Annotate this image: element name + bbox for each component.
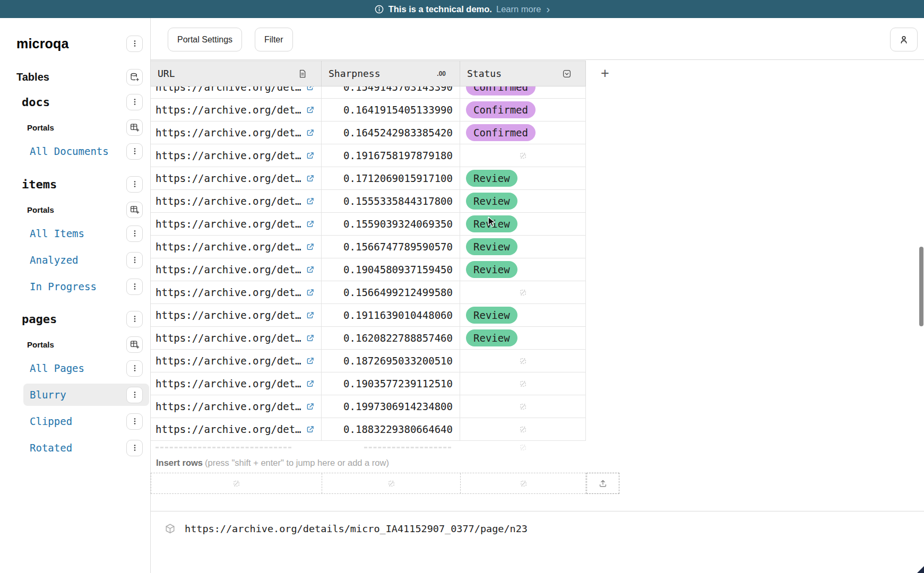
column-header-status[interactable]: Status <box>460 61 586 86</box>
table-row[interactable]: https://archive.org/det… 0.1645242983385… <box>151 121 586 144</box>
external-link-icon[interactable] <box>306 242 315 251</box>
insert-row[interactable] <box>151 473 586 494</box>
vertical-scrollbar-thumb[interactable] <box>919 247 923 326</box>
table-row[interactable]: https://archive.org/det… 0.1911639010448… <box>151 304 586 327</box>
status-cell[interactable] <box>460 395 586 418</box>
external-link-icon[interactable] <box>306 288 315 297</box>
url-cell[interactable]: https://archive.org/det… <box>151 121 322 144</box>
table-row[interactable]: https://archive.org/det… 0.1566747789590… <box>151 236 586 258</box>
external-link-icon[interactable] <box>306 357 315 366</box>
status-cell[interactable]: Confirmed <box>460 121 586 144</box>
unlink-icon[interactable] <box>387 480 395 488</box>
sidebar-portals-items[interactable]: Portals <box>0 199 150 220</box>
table-row[interactable]: https://archive.org/det… 0.1903577239112… <box>151 372 586 395</box>
external-link-icon[interactable] <box>306 128 315 137</box>
table-row[interactable]: https://archive.org/det… 0.1559039324069… <box>151 213 586 236</box>
sidebar-table-pages[interactable]: pages <box>0 308 150 329</box>
url-cell[interactable]: https://archive.org/det… <box>151 304 322 326</box>
sidebar-item-all-documents[interactable]: All Documents <box>0 141 150 162</box>
sidebar-item-rotated-menu-button[interactable] <box>126 440 143 456</box>
sharpness-cell[interactable]: 0.1712069015917100 <box>322 167 460 189</box>
sharpness-cell[interactable]: 0.1566499212499580 <box>322 281 460 303</box>
url-cell[interactable]: https://archive.org/det… <box>151 418 322 440</box>
status-cell[interactable]: Review <box>460 327 586 349</box>
sidebar-item-all-pages-menu-button[interactable] <box>126 360 143 377</box>
url-cell[interactable]: https://archive.org/det… <box>151 167 322 189</box>
learn-more-link[interactable]: Learn more <box>496 4 541 14</box>
sidebar-portals-docs-add-button[interactable] <box>126 119 143 136</box>
sharpness-cell[interactable]: 0.1645242983385420 <box>322 121 460 144</box>
sidebar-portals-items-add-button[interactable] <box>126 202 143 218</box>
external-link-icon[interactable] <box>306 265 315 274</box>
sharpness-cell[interactable]: 0.1903577239112510 <box>322 372 460 395</box>
status-cell[interactable]: Review <box>460 190 586 212</box>
table-row[interactable]: https://archive.org/det… 0.1904580937159… <box>151 258 586 281</box>
url-cell[interactable]: https://archive.org/det… <box>151 372 322 395</box>
sharpness-cell[interactable]: 0.1904580937159450 <box>322 258 460 281</box>
status-cell[interactable] <box>460 372 586 395</box>
sidebar-item-analyzed[interactable]: Analyzed <box>0 249 150 271</box>
table-row[interactable]: https://archive.org/det… 0.1555335844317… <box>151 190 586 213</box>
table-row[interactable]: https://archive.org/det… 0.1997306914234… <box>151 395 586 418</box>
sidebar-item-blurry[interactable]: Blurry <box>0 384 150 405</box>
table-row[interactable]: https://archive.org/det… 0.1641915405133… <box>151 99 586 121</box>
sharpness-cell[interactable]: 0.1641915405133990 <box>322 99 460 121</box>
table-row[interactable]: https://archive.org/det… 0.1712069015917… <box>151 167 586 190</box>
table-row[interactable]: https://archive.org/det… 0.1872695033200… <box>151 350 586 372</box>
external-link-icon[interactable] <box>306 425 315 434</box>
status-cell[interactable] <box>460 281 586 303</box>
sharpness-cell[interactable]: 0.1549145703143390 <box>322 86 460 98</box>
external-link-icon[interactable] <box>306 402 315 411</box>
filter-button[interactable]: Filter <box>255 28 293 51</box>
add-column-button[interactable]: + <box>594 63 616 84</box>
sidebar-portals-docs[interactable]: Portals <box>0 117 150 138</box>
sidebar-item-all-items[interactable]: All Items <box>0 223 150 244</box>
url-cell[interactable]: https://archive.org/det… <box>151 281 322 303</box>
url-cell[interactable]: https://archive.org/det… <box>151 350 322 372</box>
external-link-icon[interactable] <box>306 86 315 92</box>
status-cell[interactable]: Confirmed <box>460 99 586 121</box>
sharpness-cell[interactable]: 0.1620822788857460 <box>322 327 460 349</box>
column-header-url[interactable]: URL <box>151 61 322 86</box>
url-cell[interactable]: https://archive.org/det… <box>151 395 322 418</box>
sidebar-table-items-menu-button[interactable] <box>126 176 143 193</box>
status-cell[interactable]: Confirmed <box>460 86 586 98</box>
sharpness-cell[interactable]: 0.1872695033200510 <box>322 350 460 372</box>
column-header-sharpness[interactable]: Sharpness .00 <box>322 61 460 86</box>
url-cell[interactable]: https://archive.org/det… <box>151 258 322 281</box>
url-cell[interactable]: https://archive.org/det… <box>151 99 322 121</box>
status-cell[interactable]: Review <box>460 258 586 281</box>
sidebar-item-all-pages[interactable]: All Pages <box>0 358 150 379</box>
table-row[interactable]: https://archive.org/det… 0.1566499212499… <box>151 281 586 304</box>
external-link-icon[interactable] <box>306 379 315 388</box>
url-cell[interactable]: https://archive.org/det… <box>151 190 322 212</box>
app-menu-button[interactable] <box>126 36 143 52</box>
sidebar-table-items[interactable]: items <box>0 173 150 195</box>
sharpness-cell[interactable]: 0.1911639010448060 <box>322 304 460 326</box>
add-table-button[interactable] <box>126 69 143 85</box>
table-row[interactable]: https://archive.org/det… 0.1620822788857… <box>151 327 586 350</box>
sharpness-cell[interactable]: 0.1916758197879180 <box>322 144 460 167</box>
sidebar-table-docs[interactable]: docs <box>0 91 150 112</box>
sidebar-item-rotated[interactable]: Rotated <box>0 437 150 458</box>
sidebar-item-in-progress-menu-button[interactable] <box>126 279 143 295</box>
status-cell[interactable] <box>460 144 586 167</box>
external-link-icon[interactable] <box>306 220 315 229</box>
url-cell[interactable]: https://archive.org/det… <box>151 236 322 258</box>
sharpness-cell[interactable]: 0.1883229380664640 <box>322 418 460 440</box>
sharpness-cell[interactable]: 0.1997306914234800 <box>322 395 460 418</box>
status-cell[interactable] <box>460 350 586 372</box>
external-link-icon[interactable] <box>306 197 315 206</box>
external-link-icon[interactable] <box>306 106 315 115</box>
sidebar-item-clipped[interactable]: Clipped <box>0 411 150 432</box>
sidebar-item-blurry-menu-button[interactable] <box>126 387 143 403</box>
status-cell[interactable]: Review <box>460 304 586 326</box>
table-row[interactable]: https://archive.org/det… 0.1549145703143… <box>151 86 586 99</box>
external-link-icon[interactable] <box>306 334 315 343</box>
table-row[interactable]: https://archive.org/det… 0.1916758197879… <box>151 144 586 167</box>
account-button[interactable] <box>890 28 918 51</box>
record-url[interactable]: https://archive.org/details/micro_IA4115… <box>185 523 528 534</box>
status-cell[interactable]: Review <box>460 236 586 258</box>
unlink-icon[interactable] <box>232 480 240 488</box>
sidebar-portals-pages-add-button[interactable] <box>126 336 143 353</box>
